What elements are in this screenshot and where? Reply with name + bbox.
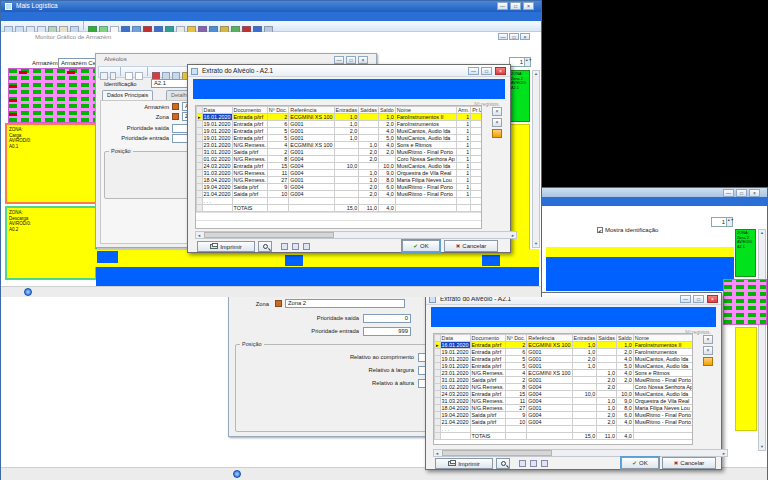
vertical-scrollbar-1[interactable]: ▲ ▼ <box>532 70 540 248</box>
dialog-title-bar-1[interactable]: Extrato do Alvéolo - A2.1 — □ × <box>188 65 510 77</box>
dialog-close-2[interactable]: × <box>707 295 718 303</box>
search-button-1[interactable] <box>258 241 272 252</box>
maximize-button-2[interactable]: □ <box>736 189 747 197</box>
table-close-column-icon-1[interactable]: × <box>492 107 502 116</box>
dock-door-2[interactable] <box>285 255 303 266</box>
grid-icon-1[interactable] <box>292 243 299 250</box>
spinner-arrows-icon[interactable]: ▲▼ <box>524 58 530 66</box>
ok-button-1[interactable]: ✔OK <box>402 240 440 252</box>
table-row[interactable]: . . . <box>435 426 694 433</box>
table-row[interactable]: 19.04.2020Saída p/trf9G0042,06,0MusiRitm… <box>435 412 694 419</box>
form-new-icon[interactable] <box>125 72 133 80</box>
scroll-right-icon[interactable]: ► <box>511 233 515 239</box>
rack-cell-occupied[interactable] <box>9 99 17 102</box>
mostra-identificacao-checkbox-2[interactable]: ✔Mostra identificação <box>597 218 658 236</box>
table-row[interactable]: TOTAIS15,011,04,0 <box>435 433 694 440</box>
table-filter-icon-1[interactable] <box>492 129 502 138</box>
h-scroll-thumb-1[interactable] <box>204 232 334 238</box>
table-row[interactable]: 19.01.2020Entrada p/trf6G0011,02,0FaroIn… <box>435 349 694 356</box>
maximize-button-1[interactable]: □ <box>510 2 521 10</box>
zona-field-2[interactable]: Zona 2 <box>285 299 405 308</box>
table-row[interactable]: 01.02.2020N/G.Remess.8G0042,0Coro Nossa … <box>435 384 694 391</box>
table-row[interactable]: 31.01.2020Saída p/trf2G0012,02,0MusiRitm… <box>197 149 483 156</box>
search-button-2[interactable] <box>496 458 510 469</box>
ok-button-2[interactable]: ✔OK <box>621 457 659 469</box>
table-row[interactable]: 19.01.2020Entrada p/trf5G0011,05,0MusiCa… <box>197 135 483 142</box>
extrato-table-1[interactable]: DataDocumentoNº Doc.ReferênciaEntradasSa… <box>196 106 482 212</box>
table-row[interactable]: 31.03.2020N/G.Remess.11G0041,09,0Orquest… <box>197 170 483 177</box>
table-row[interactable]: 19.01.2020Entrada p/trf5G0011,05,0MusiCa… <box>435 363 694 370</box>
form-max[interactable]: □ <box>346 56 356 64</box>
zone-carga[interactable]: ZONA:Carga AV/ROD/0:A0.1 <box>5 123 97 204</box>
monitor-close[interactable]: × <box>520 33 530 40</box>
zone-selected-2[interactable]: ZONA:Zona 2 AV/EO/0:A2.1 <box>735 229 756 277</box>
imprimir-button-1[interactable]: Imprimir <box>197 241 255 252</box>
zona-lookup-icon-2[interactable] <box>275 300 282 307</box>
rack-cell-occupied[interactable] <box>67 71 75 74</box>
tool-bubble-icon-1[interactable] <box>24 288 32 296</box>
scroll-up-icon[interactable]: ▲ <box>534 71 538 77</box>
scroll-down-icon[interactable]: ▼ <box>760 444 764 450</box>
table-row[interactable]: 24.03.2020Entrada p/trf15G00410,010,0Mus… <box>197 163 483 170</box>
form-search-dropdown-icon[interactable] <box>110 72 116 80</box>
dialog-min-1[interactable]: — <box>468 67 479 75</box>
rack-cell-occupied[interactable] <box>19 71 27 74</box>
prio-entrada-field-2[interactable]: 999 <box>363 327 411 336</box>
imprimir-button-2[interactable]: Imprimir <box>435 458 493 469</box>
checkbox-check-icon[interactable]: ✔ <box>597 227 603 233</box>
h-scroll-thumb-2[interactable] <box>442 450 552 456</box>
table-row[interactable]: 16.01.2020Entrada p/trf2ECGMINI XS 1001,… <box>197 114 483 121</box>
table-row[interactable]: 24.03.2020Entrada p/trf15G00410,010,0Mus… <box>435 391 694 398</box>
form-min[interactable]: — <box>334 56 344 64</box>
scroll-right-icon[interactable]: ► <box>722 451 726 457</box>
table-close-column-icon-2[interactable]: × <box>703 335 713 344</box>
table-filter-icon-2[interactable] <box>703 357 713 366</box>
dock-door-3[interactable] <box>482 255 500 266</box>
table-close-row-icon-1[interactable]: × <box>492 118 502 127</box>
table-row[interactable]: TOTAIS15,011,04,0 <box>197 205 483 212</box>
rack-cell-occupied[interactable] <box>9 113 17 116</box>
form-close[interactable]: × <box>358 56 368 64</box>
table-row[interactable]: 01.02.2020N/G.Remess.8G0042,0Coro Nossa … <box>197 156 483 163</box>
rack-cell-occupied[interactable] <box>9 85 17 88</box>
table-row[interactable]: 19.01.2020Entrada p/trf6G0011,02,0FaroIn… <box>197 121 483 128</box>
table-close-row-icon-2[interactable]: × <box>703 346 713 355</box>
export-icon-2[interactable] <box>519 460 526 467</box>
scroll-left-icon[interactable]: ◄ <box>197 233 201 239</box>
monitor-max[interactable]: □ <box>509 33 519 40</box>
zone-descarga[interactable]: ZONA:Descarga AV/ROD/0:A0.2 <box>5 206 97 280</box>
table-row[interactable]: 19.01.2020Entrada p/trf5G0012,04,0MusiCa… <box>435 356 694 363</box>
rack-area-2[interactable] <box>723 279 767 325</box>
table-row[interactable]: . . . <box>197 198 483 205</box>
table-row[interactable]: 16.01.2020Entrada p/trf2ECGMINI XS 1001,… <box>435 342 694 349</box>
table-row[interactable]: 19.04.2020Saída p/trf9G0042,06,0MusiRitm… <box>197 184 483 191</box>
form-search-icon[interactable] <box>100 72 108 80</box>
armazem-lookup-icon[interactable] <box>172 103 179 110</box>
table-row[interactable]: 18.04.2020N/G.Remess.27G0011,08,0Maria F… <box>197 177 483 184</box>
table-row[interactable]: 18.04.2020N/G.Remess.27G0011,08,0Maria F… <box>435 405 694 412</box>
export-icon-1[interactable] <box>281 243 288 250</box>
spinner-arrows-icon[interactable]: ▲▼ <box>726 218 732 226</box>
zona-lookup-icon[interactable] <box>172 113 179 120</box>
monitor-min[interactable]: — <box>498 33 508 40</box>
cancelar-button-2[interactable]: ✖Cancelar <box>662 457 716 469</box>
scroll-down-icon[interactable]: ▼ <box>534 241 538 247</box>
scroll-left-icon[interactable]: ◄ <box>435 451 439 457</box>
table-row[interactable]: 31.03.2020N/G.Remess.11G0041,09,0Orquest… <box>435 398 694 405</box>
title-bar-1[interactable]: Mais Logística — □ × <box>1 1 541 12</box>
prio-saida-field-2[interactable]: 0 <box>363 314 411 323</box>
dialog-min-2[interactable]: — <box>680 295 691 303</box>
close-button-1[interactable]: × <box>523 2 534 10</box>
form-copy-icon[interactable] <box>135 72 143 80</box>
zoom-spinner-2[interactable]: 1 ▲▼ <box>711 217 733 227</box>
table-row[interactable]: 19.01.2020Entrada p/trf5G0012,04,0MusiCa… <box>197 128 483 135</box>
table-row[interactable]: 31.01.2020Saída p/trf2G0012,02,0MusiRitm… <box>435 377 694 384</box>
extrato-table-2[interactable]: DataDocumentoNº Doc.ReferênciaEntradasSa… <box>434 334 693 440</box>
h-scrollbar-1[interactable]: ◄ ► <box>195 231 517 239</box>
tab-dados-principais[interactable]: Dados Principais <box>102 90 153 100</box>
vertical-scrollbar-2[interactable]: ▲ ▼ <box>758 229 766 451</box>
table-row[interactable]: 21.04.2020Saída p/trf10G0042,04,0MusiRit… <box>435 419 694 426</box>
scroll-up-icon[interactable]: ▲ <box>760 230 764 236</box>
dialog-close-1[interactable]: × <box>495 67 506 75</box>
minimize-button-2[interactable]: — <box>723 189 734 197</box>
